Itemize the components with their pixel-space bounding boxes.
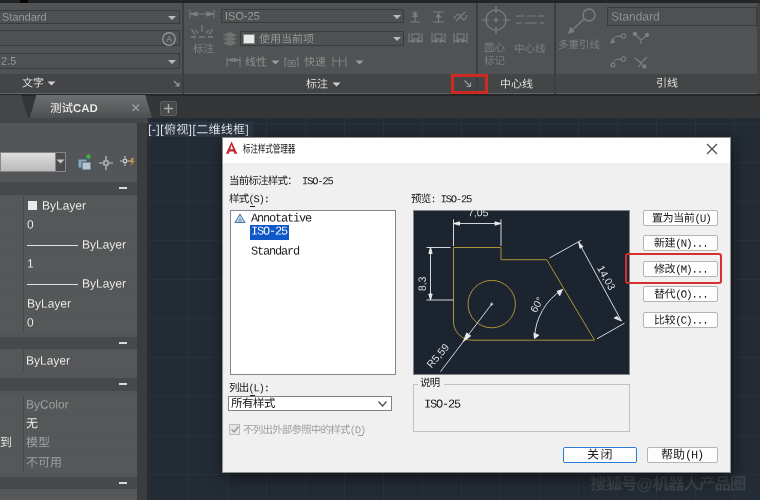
svg-text:A: A — [166, 34, 172, 44]
